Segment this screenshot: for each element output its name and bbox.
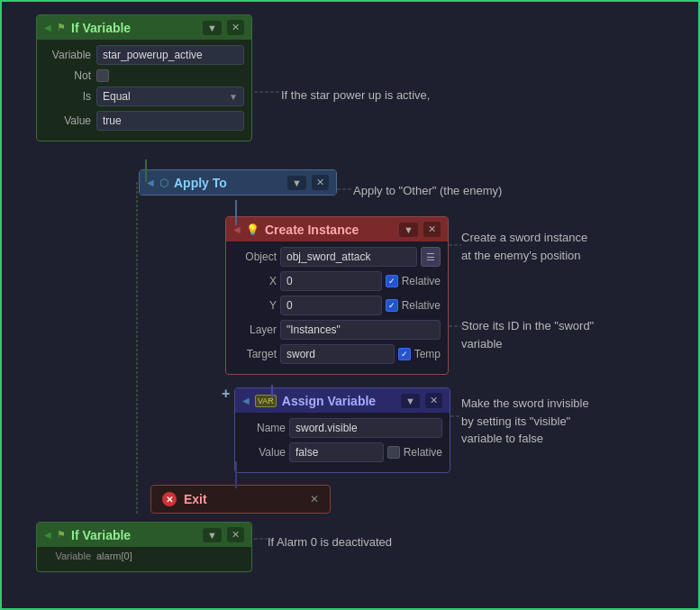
av-relative-label: Relative — [404, 446, 442, 459]
ci-y-relative-label: Relative — [402, 299, 441, 312]
variable-label: Variable — [44, 49, 91, 61]
assign-variable-block: ◀ VAR Assign Variable ▼ ✕ Name sword.vis… — [234, 387, 450, 473]
ci-object-value[interactable]: obj_sword_attack — [280, 247, 417, 267]
create-instance-dropdown[interactable]: ▼ — [399, 223, 418, 237]
av-relative-check[interactable] — [387, 446, 400, 459]
ci-target-row: Target sword ✓ Temp — [233, 344, 441, 364]
ci-layer-label: Layer — [233, 323, 277, 336]
ci-temp-label: Temp — [414, 348, 441, 360]
ci-target-label: Target — [233, 348, 277, 360]
assign-variable-body: Name sword.visible Value false Relative — [235, 413, 450, 472]
if-variable-bottom-body: Variable alarm[0] — [37, 547, 251, 571]
collapse-icon-bottom[interactable]: ◀ — [44, 530, 51, 540]
av-value-row: Value false Relative — [242, 442, 442, 462]
add-action-btn[interactable]: + — [222, 386, 230, 402]
bottom-variable-value: alarm[0] — [96, 551, 132, 561]
av-name-label: Name — [242, 422, 286, 434]
exit-close-btn[interactable]: ✕ — [310, 493, 319, 505]
ci-x-value[interactable]: 0 — [280, 271, 382, 291]
exit-block: ✕ Exit ✕ — [150, 485, 331, 514]
if-variable-bottom-block: ◀ ⚑ If Variable ▼ ✕ Variable alarm[0] — [36, 522, 252, 572]
ci-x-relative-check[interactable]: ✓ — [386, 275, 398, 287]
ci-object-label: Object — [233, 250, 277, 263]
value-label: Value — [44, 114, 91, 127]
apply-to-dropdown[interactable]: ▼ — [287, 176, 306, 190]
if-variable-bottom-annotation: If Alarm 0 is deactivated — [268, 533, 392, 551]
ci-layer-row: Layer "Instances" — [233, 320, 441, 340]
ci-y-label: Y — [233, 299, 277, 312]
variable-field-row: Variable star_powerup_active — [44, 45, 244, 65]
assign-variable-title: Assign Variable — [282, 394, 395, 408]
create-instance-block: ◀ 💡 Create Instance ▼ ✕ Object obj_sword… — [225, 216, 449, 375]
apply-to-close[interactable]: ✕ — [312, 175, 329, 190]
ci-x-relative-label: Relative — [402, 275, 441, 287]
collapse-icon-apply[interactable]: ◀ — [147, 178, 154, 187]
ci-temp-check[interactable]: ✓ — [398, 348, 411, 360]
ci-y-relative-check[interactable]: ✓ — [386, 299, 398, 312]
if-variable-top-block: ◀ ⚑ If Variable ▼ ✕ Variable star_poweru… — [36, 14, 252, 141]
is-select[interactable]: Equal ▼ — [96, 86, 244, 106]
collapse-icon-top[interactable]: ◀ — [44, 23, 51, 32]
assign-variable-dropdown[interactable]: ▼ — [401, 394, 420, 408]
collapse-icon-ci[interactable]: ◀ — [233, 224, 241, 234]
av-value-label: Value — [242, 446, 286, 459]
exit-icon: ✕ — [162, 492, 177, 506]
exit-title: Exit — [184, 492, 303, 506]
variable-icon-top: ⚑ — [57, 22, 66, 33]
if-variable-top-dropdown[interactable]: ▼ — [203, 21, 222, 35]
if-variable-top-body: Variable star_powerup_active Not Is Equa… — [37, 40, 251, 141]
ci-y-row: Y 0 ✓ Relative — [233, 296, 441, 315]
main-canvas: ◀ ⚑ If Variable ▼ ✕ Variable star_poweru… — [0, 0, 700, 610]
ci-target-value[interactable]: sword — [280, 344, 395, 364]
is-field-row: Is Equal ▼ — [44, 86, 244, 106]
if-variable-bottom-close[interactable]: ✕ — [227, 527, 244, 542]
variable-value[interactable]: star_powerup_active — [96, 45, 244, 65]
create-instance-title: Create Instance — [265, 223, 394, 237]
apply-to-header: ◀ ⬡ Apply To ▼ ✕ — [140, 170, 336, 195]
not-field-row: Not — [44, 69, 244, 82]
if-variable-bottom-header: ◀ ⚑ If Variable ▼ ✕ — [37, 523, 251, 547]
variable-icon-bottom: ⚑ — [57, 529, 66, 541]
av-name-value[interactable]: sword.visible — [289, 418, 442, 438]
if-variable-bottom-dropdown[interactable]: ▼ — [203, 528, 222, 542]
not-label: Not — [44, 69, 91, 82]
if-variable-top-title: If Variable — [71, 21, 197, 35]
if-variable-top-annotation: If the star power up is active, — [281, 86, 430, 105]
create-instance-close[interactable]: ✕ — [423, 222, 441, 237]
assign-variable-header: ◀ VAR Assign Variable ▼ ✕ — [235, 388, 450, 413]
create-instance-body: Object obj_sword_attack ☰ X 0 ✓ Relative… — [226, 241, 448, 374]
bottom-variable-field-row: Variable alarm[0] — [44, 551, 244, 561]
value-value[interactable]: true — [96, 111, 244, 131]
create-instance-annotation2: Store its ID in the "sword" variable — [461, 317, 594, 352]
apply-to-block: ◀ ⬡ Apply To ▼ ✕ — [139, 169, 337, 196]
ci-x-label: X — [233, 275, 277, 287]
av-name-row: Name sword.visible — [242, 418, 442, 438]
if-variable-bottom-title: If Variable — [71, 528, 197, 542]
if-variable-top-close[interactable]: ✕ — [227, 20, 244, 35]
is-label: Is — [44, 90, 91, 103]
ci-object-row: Object obj_sword_attack ☰ — [233, 247, 441, 267]
av-value-value[interactable]: false — [289, 442, 384, 462]
assign-variable-annotation: Make the sword invisible by setting its … — [461, 395, 589, 448]
apply-to-title: Apply To — [174, 176, 282, 190]
create-instance-annotation: Create a sword instance at the enemy's p… — [461, 229, 587, 264]
bottom-variable-label: Variable — [44, 551, 91, 561]
ci-layer-value[interactable]: "Instances" — [280, 320, 441, 340]
ci-object-icon-btn[interactable]: ☰ — [421, 247, 441, 267]
create-instance-icon: 💡 — [246, 223, 259, 236]
value-field-row: Value true — [44, 111, 244, 131]
is-select-arrow: ▼ — [229, 92, 238, 102]
ci-y-value[interactable]: 0 — [280, 296, 382, 315]
if-variable-top-header: ◀ ⚑ If Variable ▼ ✕ — [37, 15, 251, 40]
ci-x-row: X 0 ✓ Relative — [233, 271, 441, 291]
apply-to-annotation: Apply to "Other" (the enemy) — [353, 182, 502, 200]
assign-variable-close[interactable]: ✕ — [425, 393, 442, 408]
assign-variable-icon: VAR — [255, 395, 277, 407]
not-checkbox[interactable] — [96, 69, 109, 82]
collapse-icon-av[interactable]: ◀ — [242, 396, 250, 405]
create-instance-header: ◀ 💡 Create Instance ▼ ✕ — [226, 217, 448, 241]
apply-to-icon: ⬡ — [159, 177, 168, 189]
